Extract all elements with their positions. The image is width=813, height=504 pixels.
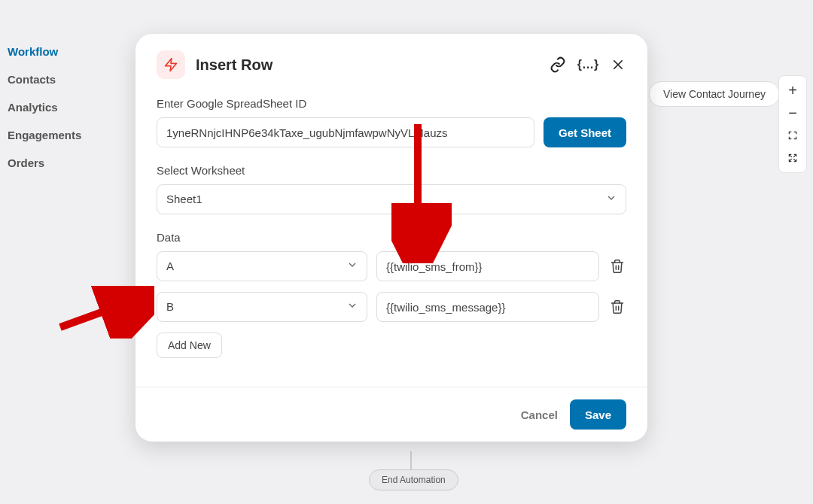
delete-row-button[interactable] [608, 257, 626, 275]
view-contact-journey-button[interactable]: View Contact Journey [649, 81, 780, 107]
spreadsheet-id-label: Enter Google SpreadSheet ID [157, 97, 626, 110]
plus-icon: + [788, 83, 797, 98]
svg-marker-0 [166, 59, 177, 71]
lightning-icon [163, 57, 178, 72]
modal-footer: Cancel Save [136, 387, 647, 442]
sidebar-item-workflow[interactable]: Workflow [8, 38, 128, 65]
row-value-input[interactable] [376, 251, 599, 281]
spreadsheet-id-input[interactable] [157, 117, 534, 147]
zoom-in-button[interactable]: + [781, 79, 804, 102]
sidebar-item-orders[interactable]: Orders [8, 149, 128, 177]
link-icon [550, 56, 566, 73]
modal-header: Insert Row {…} [157, 50, 626, 79]
maximize-icon [787, 130, 798, 141]
flow-connector [410, 451, 412, 469]
close-button[interactable] [610, 56, 626, 73]
expand-icon [787, 153, 798, 163]
variables-button[interactable]: {…} [580, 56, 596, 73]
get-sheet-button[interactable]: Get Sheet [544, 117, 626, 147]
fullscreen-button[interactable] [781, 147, 804, 169]
column-select[interactable]: A [157, 251, 367, 281]
cancel-button[interactable]: Cancel [521, 408, 558, 421]
column-select-value: A [157, 251, 367, 281]
close-icon [611, 58, 625, 71]
link-button[interactable] [550, 56, 566, 73]
data-row: B [157, 292, 626, 322]
save-button[interactable]: Save [570, 399, 626, 430]
sidebar: Workflow Contacts Analytics Engagements … [0, 38, 128, 177]
zoom-out-button[interactable]: − [781, 102, 804, 124]
modal-title: Insert Row [196, 56, 536, 74]
worksheet-select[interactable]: Sheet1 [157, 184, 626, 214]
trash-icon [610, 299, 625, 314]
sidebar-item-contacts[interactable]: Contacts [8, 65, 128, 93]
insert-row-modal: Insert Row {…} Enter Google SpreadSheet … [136, 34, 647, 442]
add-new-button[interactable]: Add New [157, 332, 222, 358]
end-automation-node[interactable]: End Automation [369, 469, 458, 490]
sidebar-item-analytics[interactable]: Analytics [8, 93, 128, 121]
select-worksheet-label: Select Worksheet [157, 164, 626, 177]
fit-screen-button[interactable] [781, 124, 804, 147]
delete-row-button[interactable] [608, 298, 626, 316]
data-section-label: Data [157, 231, 626, 244]
trash-icon [610, 259, 625, 274]
sidebar-item-engagements[interactable]: Engagements [8, 121, 128, 149]
worksheet-select-value: Sheet1 [157, 184, 626, 214]
column-select[interactable]: B [157, 292, 367, 322]
minus-icon: − [788, 105, 797, 120]
column-select-value: B [157, 292, 367, 322]
data-row: A [157, 251, 626, 281]
modal-app-icon [157, 50, 185, 79]
data-rows: A B [157, 251, 626, 322]
row-value-input[interactable] [376, 292, 599, 322]
canvas-toolbox: + − [778, 75, 807, 173]
braces-icon: {…} [577, 58, 598, 71]
